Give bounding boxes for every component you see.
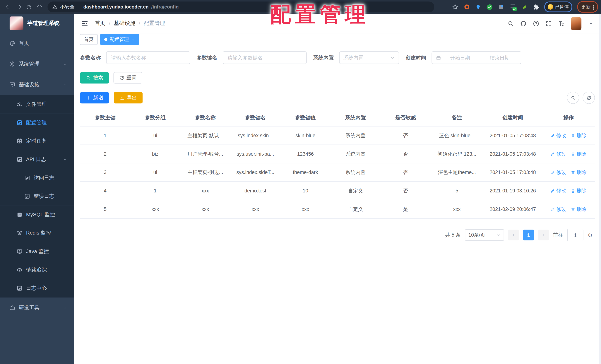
user-avatar[interactable] xyxy=(571,17,581,30)
extension-pin-icon[interactable] xyxy=(475,4,481,10)
edit-link[interactable]: 修改 xyxy=(551,132,566,139)
sidebar-item-label: 定时任务 xyxy=(26,138,47,144)
sidebar-item[interactable]: 系统管理 xyxy=(0,54,74,74)
java-icon xyxy=(16,248,22,254)
sidebar-item[interactable]: Java 监控 xyxy=(0,242,74,261)
topbar-actions xyxy=(507,17,594,30)
extension-check-icon[interactable] xyxy=(486,4,493,10)
sidebar-item[interactable]: 配置管理 xyxy=(0,113,74,132)
browser-forward-button[interactable] xyxy=(13,2,24,12)
extension-cn-icon[interactable]: cn xyxy=(510,3,516,10)
extension-gray-icon[interactable] xyxy=(498,4,504,10)
sidebar-item[interactable]: 定时任务 xyxy=(0,132,74,150)
reset-button[interactable]: 重置 xyxy=(113,72,142,83)
collapse-sidebar-icon[interactable] xyxy=(81,20,89,27)
table-cell: 2021-01-05 17:03:48 xyxy=(483,145,542,163)
table-cell: biz xyxy=(130,145,180,163)
profile-paused-chip[interactable]: 已暂停 xyxy=(544,1,572,12)
edit-link[interactable]: 修改 xyxy=(551,206,566,212)
editsq-icon xyxy=(16,285,22,291)
extension-leaf-icon[interactable] xyxy=(521,4,528,10)
sidebar-item[interactable]: 错误日志 xyxy=(0,187,74,206)
sidebar-item[interactable]: API 日志 xyxy=(0,150,74,169)
goto-page-input[interactable] xyxy=(567,229,583,241)
extension-orange-icon[interactable] xyxy=(463,4,470,10)
avatar-caret-down-icon[interactable] xyxy=(588,20,594,27)
builtin-select[interactable]: 系统内置 xyxy=(339,51,399,64)
cloud-icon xyxy=(16,101,22,107)
sidebar-logo-row[interactable]: 芋道管理系统 xyxy=(0,14,74,33)
bookmark-star-icon[interactable] xyxy=(452,4,458,10)
app-logo xyxy=(10,16,23,30)
delete-link[interactable]: 删除 xyxy=(571,169,587,176)
table-cell-actions: 修改删除 xyxy=(542,200,595,218)
breadcrumb-infra[interactable]: 基础设施 xyxy=(114,20,135,27)
browser-update-button[interactable]: 更新 xyxy=(577,1,598,12)
sidebar-menu: 首页系统管理基础设施文件管理配置管理定时任务API 日志访问日志错误日志MySQ… xyxy=(0,33,74,318)
delete-link[interactable]: 删除 xyxy=(571,151,587,157)
delete-link[interactable]: 删除 xyxy=(571,206,587,212)
extensions-puzzle-icon[interactable] xyxy=(533,4,539,10)
param-name-input[interactable] xyxy=(106,51,190,64)
dashboard-icon xyxy=(9,40,15,46)
help-icon[interactable] xyxy=(533,20,539,27)
table-cell: 2021-01-05 17:03:48 xyxy=(483,127,542,145)
chevron-up-icon xyxy=(63,157,67,162)
sidebar-item[interactable]: 研发工具 xyxy=(0,297,74,318)
toggle-search-button[interactable] xyxy=(567,91,579,104)
date-start-placeholder: 开始日期 xyxy=(443,54,478,61)
column-header: 备注 xyxy=(431,109,483,126)
table-cell: 123456 xyxy=(280,145,331,163)
browser-menu-kebab-icon[interactable] xyxy=(593,4,594,10)
github-icon[interactable] xyxy=(520,20,527,27)
chevron-down-icon xyxy=(63,306,67,310)
delete-link[interactable]: 删除 xyxy=(571,132,587,139)
browser-back-button[interactable] xyxy=(3,2,13,12)
font-size-icon[interactable] xyxy=(558,20,564,27)
infra-icon xyxy=(9,82,15,88)
tab-home[interactable]: 首页 xyxy=(80,34,98,45)
page-size-select[interactable]: 10条/页 xyxy=(465,229,504,241)
export-button[interactable]: 导出 xyxy=(114,92,143,103)
current-page-button[interactable]: 1 xyxy=(523,230,534,240)
breadcrumb-home[interactable]: 首页 xyxy=(95,20,105,27)
search-icon[interactable] xyxy=(507,20,514,27)
date-range-picker[interactable]: 开始日期 - 结束日期 xyxy=(431,51,521,64)
column-header: 创建时间 xyxy=(483,109,542,126)
sidebar-item-label: 首页 xyxy=(19,40,29,47)
browser-home-button[interactable] xyxy=(34,2,44,12)
tab-config[interactable]: 配置管理 xyxy=(100,34,139,45)
sidebar-item[interactable]: 首页 xyxy=(0,33,74,54)
table-row: 3ui主框架页-侧边...sys.index.sideT...theme-dar… xyxy=(80,163,595,182)
next-page-button[interactable] xyxy=(538,230,549,240)
tab-close-icon[interactable] xyxy=(131,38,135,41)
sidebar-item[interactable]: MySQL 监控 xyxy=(0,206,74,224)
date-end-placeholder: 结束日期 xyxy=(482,54,517,61)
browser-reload-button[interactable] xyxy=(24,2,34,12)
sidebar-item[interactable]: 基础设施 xyxy=(0,74,74,95)
prev-page-button[interactable] xyxy=(508,230,519,240)
sidebar-item[interactable]: 文件管理 xyxy=(0,95,74,114)
page-size-value: 10条/页 xyxy=(468,232,485,238)
search-button[interactable]: 搜索 xyxy=(80,72,109,83)
table-toolbar: 新增 导出 xyxy=(80,91,595,104)
refresh-table-button[interactable] xyxy=(582,91,595,104)
edit-link[interactable]: 修改 xyxy=(551,151,566,157)
goto-label: 前往 xyxy=(553,232,563,238)
sidebar-item[interactable]: 日志中心 xyxy=(0,279,74,297)
sidebar-item[interactable]: 链路追踪 xyxy=(0,261,74,279)
fullscreen-icon[interactable] xyxy=(545,20,552,27)
sidebar-item-label: 日志中心 xyxy=(26,285,47,292)
edit-link[interactable]: 修改 xyxy=(551,169,566,176)
address-bar[interactable]: 不安全 dashboard.yudao.iocoder.cn/infra/con… xyxy=(48,1,434,12)
sidebar-item[interactable]: Redis 监控 xyxy=(0,224,74,242)
tags-view-bar: 首页 配置管理 xyxy=(74,33,601,46)
edit-link[interactable]: 修改 xyxy=(551,187,566,194)
sidebar-item[interactable]: 访问日志 xyxy=(0,169,74,187)
add-button[interactable]: 新增 xyxy=(80,92,109,103)
delete-link[interactable]: 删除 xyxy=(571,187,587,194)
table-cell: 10 xyxy=(280,182,331,200)
scrollbar[interactable] xyxy=(599,14,601,364)
active-tab-dot xyxy=(104,38,108,41)
param-key-input[interactable] xyxy=(223,51,307,64)
